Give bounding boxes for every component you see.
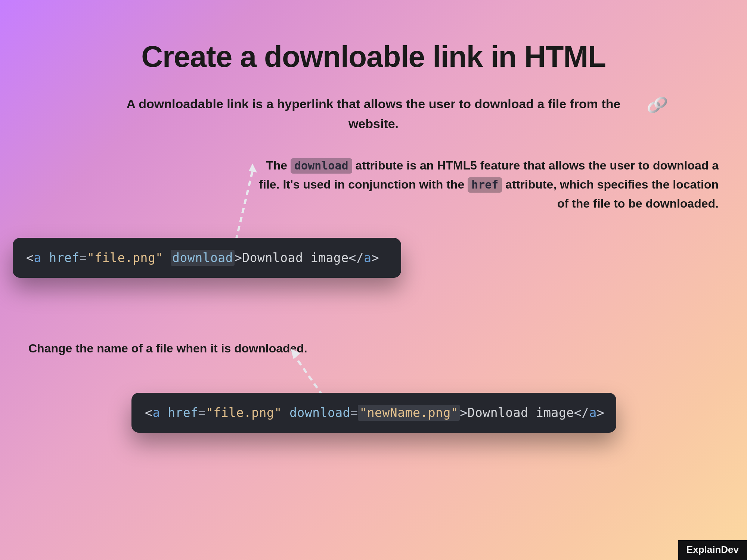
caption-rename: Change the name of a file when it is dow… (28, 342, 307, 355)
code-token: a (152, 405, 160, 420)
code-token: href (49, 251, 79, 265)
page-title: Create a downloable link in HTML (0, 40, 747, 74)
arrow-icon (170, 164, 264, 249)
code-token: "file.png" (206, 405, 282, 420)
svg-point-1 (654, 96, 667, 109)
code-token: > (597, 405, 604, 420)
code-token: < (145, 405, 152, 420)
code-token: href (168, 405, 198, 420)
code-token-highlighted: download (171, 250, 235, 266)
code-example-2: <a href="file.png" download="newName.png… (131, 393, 616, 433)
code-token: = (350, 405, 358, 420)
code-token: < (26, 251, 34, 265)
code-token-highlighted: "newName.png" (358, 405, 460, 421)
code-token: </ (349, 251, 364, 265)
code-token (160, 405, 168, 420)
code-token: Download image (468, 405, 574, 420)
code-token: download (289, 405, 350, 420)
code-token (41, 251, 49, 265)
code-token: </ (574, 405, 589, 420)
desc-part: attribute, which specifies the location … (502, 178, 719, 210)
code-token (163, 251, 171, 265)
svg-marker-3 (249, 164, 257, 172)
code-token: = (80, 251, 87, 265)
code-token: Download image (242, 251, 348, 265)
link-icon (644, 91, 671, 120)
code-token: > (235, 251, 242, 265)
code-example-1: <a href="file.png" download>Download ima… (13, 238, 401, 278)
code-token: a (34, 251, 41, 265)
subtitle: A downloadable link is a hyperlink that … (0, 94, 747, 133)
brand-badge: ExplainDev (678, 540, 747, 560)
code-token: a (589, 405, 596, 420)
inline-code-download: download (291, 158, 352, 174)
desc-part: The (266, 159, 291, 172)
code-token: > (372, 251, 379, 265)
inline-code-href: href (468, 177, 502, 193)
code-token (282, 405, 289, 420)
description-text: The download attribute is an HTML5 featu… (258, 156, 719, 214)
code-token: = (198, 405, 206, 420)
code-token: "file.png" (87, 251, 163, 265)
code-token: > (460, 405, 467, 420)
code-token: a (364, 251, 371, 265)
